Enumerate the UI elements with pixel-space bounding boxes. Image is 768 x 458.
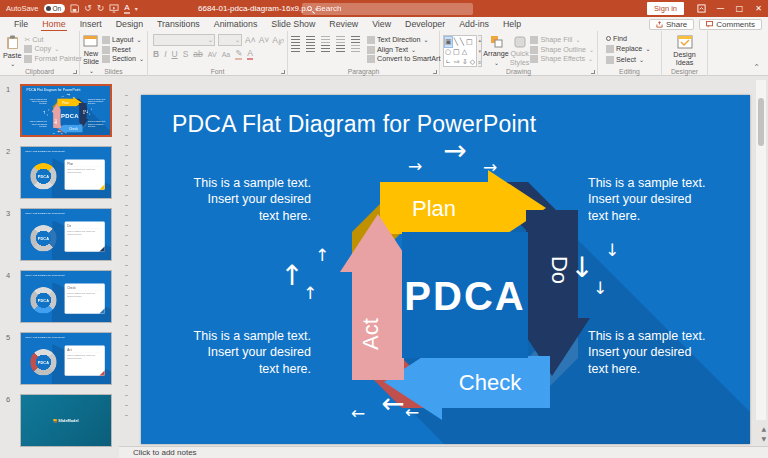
shape-effects-button[interactable]: Shape Effects [530, 55, 594, 63]
ribbon-display-options-icon[interactable] [692, 0, 711, 17]
tab-review[interactable]: Review [322, 17, 365, 32]
increase-indent-icon[interactable] [336, 36, 345, 43]
quick-styles-button[interactable]: Quick Styles [510, 33, 530, 67]
vertical-scrollbar[interactable] [756, 80, 766, 420]
arrange-button[interactable]: Arrange [483, 33, 509, 67]
paragraph-dialog-launcher-icon[interactable] [433, 70, 437, 74]
tab-file[interactable]: File [7, 17, 35, 32]
search-box[interactable] [302, 3, 473, 15]
sample-text-bottom-right[interactable]: This is a sample text.Insert your desire… [588, 328, 718, 377]
close-button[interactable]: ✕ [749, 0, 768, 17]
tab-transitions[interactable]: Transitions [150, 17, 207, 32]
text-direction-button[interactable]: Text Direction [367, 36, 449, 44]
share-button[interactable]: Share [649, 19, 694, 30]
section-button[interactable]: Section [102, 55, 144, 63]
font-name-select[interactable] [153, 34, 215, 46]
columns-icon[interactable] [351, 45, 360, 52]
comments-button[interactable]: Comments [699, 19, 762, 30]
replace-button[interactable]: Replace [606, 45, 661, 53]
tab-add-ins[interactable]: Add-ins [452, 17, 496, 32]
maximize-button[interactable]: □ [730, 0, 749, 17]
font-dialog-launcher-icon[interactable] [281, 70, 285, 74]
font-size-select[interactable] [218, 34, 242, 46]
scrollbar-thumb[interactable] [758, 98, 764, 146]
minimize-button[interactable]: — [711, 0, 730, 17]
reset-button[interactable]: Reset [102, 46, 144, 54]
thumbnail-slide-3[interactable]: 3 PDCA Flat Diagram for PowerPoint PDCA … [20, 208, 112, 261]
highlight-button[interactable]: ✎ [235, 48, 242, 60]
shape-outline-button[interactable]: Shape Outline [530, 46, 594, 54]
bullets-icon[interactable] [291, 36, 300, 43]
thumbnail-slide-2[interactable]: 2 PDCA Flat Diagram for PowerPoint PDCA … [20, 146, 112, 199]
notes-placeholder[interactable]: Click to add notes [133, 448, 197, 457]
slide-title[interactable]: PDCA Flat Diagram for PowerPoint [172, 111, 536, 138]
decrease-indent-icon[interactable] [321, 36, 330, 43]
clear-formatting-button[interactable]: A℘ [272, 35, 284, 45]
character-spacing-button[interactable]: AV [208, 51, 217, 58]
next-slide-button[interactable]: ▼ [761, 435, 766, 442]
sign-in-button[interactable]: Sign in [647, 2, 684, 15]
align-text-button[interactable]: Align Text [367, 46, 449, 54]
numbering-icon[interactable] [306, 36, 315, 43]
sample-text-top-right[interactable]: This is a sample text.Insert your desire… [588, 175, 718, 224]
slide-title[interactable]: PDCA Flat Diagram for PowerPoint [27, 88, 81, 92]
sample-text-top-left[interactable]: This is a sample text.Insert your desire… [191, 175, 311, 224]
collapse-ribbon-icon[interactable]: ⌃ [753, 63, 760, 72]
font-color-icon[interactable]: A [124, 4, 129, 14]
gallery-scroll[interactable]: ▴▾≡ [478, 35, 482, 67]
new-slide-button[interactable]: New Slide [83, 33, 99, 67]
search-input[interactable] [316, 4, 468, 13]
thumbnail-slide-6[interactable]: 6 SlideModel [20, 394, 112, 447]
find-button[interactable]: Find [606, 35, 661, 43]
tab-view[interactable]: View [365, 17, 398, 32]
justify-icon[interactable] [336, 45, 345, 52]
notes-bar[interactable]: Click to add notes [119, 446, 768, 458]
document-title[interactable]: 6684-01-pdca-diagram-16x9.p...▾ [198, 0, 318, 17]
align-right-icon[interactable] [321, 45, 330, 52]
align-left-icon[interactable] [291, 45, 300, 52]
change-case-button[interactable]: Aa [222, 51, 231, 58]
tab-developer[interactable]: Developer [398, 17, 452, 32]
italic-button[interactable]: I [164, 49, 166, 59]
cut-button[interactable]: ✂Cut [24, 36, 82, 44]
save-icon[interactable] [70, 4, 79, 13]
clipboard-dialog-launcher-icon[interactable] [73, 70, 77, 74]
autosave-toggle[interactable]: On [44, 4, 66, 13]
tab-insert[interactable]: Insert [73, 17, 109, 32]
align-center-icon[interactable] [306, 45, 315, 52]
increase-font-button[interactable]: A˄ [245, 35, 256, 45]
sample-text-bottom-left[interactable]: This is a sample text.Insert your desire… [191, 328, 311, 377]
layout-button[interactable]: Layout [102, 36, 144, 44]
tab-help[interactable]: Help [496, 17, 528, 32]
strikethrough-button[interactable]: ab [193, 49, 202, 59]
sample-text-bottom-left[interactable]: This is a sample text.Insert your desire… [29, 120, 47, 127]
redo-icon[interactable]: ↻ [97, 4, 105, 13]
slide[interactable]: PDCA Flat Diagram for PowerPoint Plan [22, 86, 112, 137]
undo-icon[interactable]: ↺ [84, 4, 92, 13]
decrease-font-button[interactable]: A˅ [259, 35, 270, 45]
qat-more-icon[interactable]: ▾ [135, 6, 138, 12]
thumbnail-slide-4[interactable]: 4 PDCA Flat Diagram for PowerPoint PDCA … [20, 270, 112, 323]
shape-fill-button[interactable]: Shape Fill [530, 36, 594, 44]
sample-text-top-right[interactable]: This is a sample text.Insert your desire… [88, 98, 107, 105]
paste-button[interactable]: Paste [3, 33, 21, 67]
slide-thumbnail-panel[interactable]: 1 PDCA Flat Diagram for PowerPoint [0, 76, 119, 458]
tab-design[interactable]: Design [109, 17, 150, 32]
select-button[interactable]: Select [606, 56, 661, 64]
thumbnail-slide-5[interactable]: 5 PDCA Flat Diagram for PowerPoint PDCA … [20, 332, 112, 385]
tab-slide-show[interactable]: Slide Show [264, 17, 322, 32]
bold-button[interactable]: B [153, 49, 159, 59]
font-color-button[interactable]: A [247, 48, 253, 60]
pdca-diagram[interactable]: Plan Do Check Act PDCA [340, 170, 590, 420]
sample-text-top-left[interactable]: This is a sample text.Insert your desire… [29, 98, 47, 105]
drawing-dialog-launcher-icon[interactable] [591, 70, 595, 74]
tab-animations[interactable]: Animations [207, 17, 265, 32]
line-spacing-icon[interactable] [351, 36, 360, 43]
shapes-gallery[interactable]: ▣╲╲□○□△ᆫ⇨⇩◇☆⌒{}✩ [443, 35, 477, 67]
design-ideas-button[interactable]: Design Ideas [665, 33, 704, 67]
sample-text-bottom-right[interactable]: This is a sample text.Insert your desire… [88, 120, 107, 127]
thumbnail-slide-1[interactable]: 1 PDCA Flat Diagram for PowerPoint [20, 84, 112, 137]
text-shadow-button[interactable]: S [183, 49, 189, 59]
convert-smartart-button[interactable]: Convert to SmartArt [367, 55, 449, 63]
tab-home[interactable]: Home [35, 17, 72, 32]
